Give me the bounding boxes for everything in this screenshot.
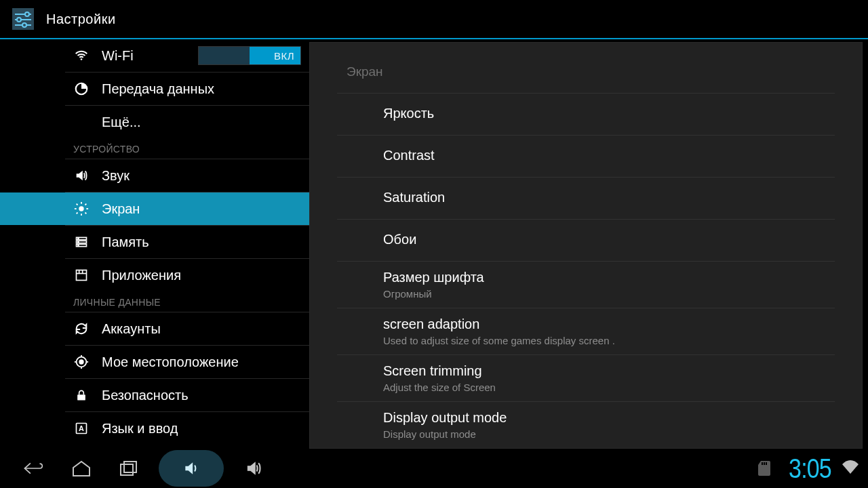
row-subtitle: Used to adjust size of some games displa…	[383, 335, 835, 346]
svg-point-28	[79, 360, 83, 364]
svg-point-23	[78, 245, 79, 245]
sidebar-item-data-usage[interactable]: Передача данных	[0, 73, 309, 105]
nav-home-button[interactable]	[68, 455, 95, 482]
lock-icon	[73, 388, 90, 402]
sidebar-item-label: Экран	[102, 201, 309, 217]
sidebar-item-label: Ещё...	[102, 115, 309, 130]
sound-icon	[73, 168, 90, 183]
setting-row-fontsize[interactable]: Размер шрифта Огромный	[337, 261, 835, 308]
svg-point-9	[79, 206, 83, 211]
row-subtitle: Display output mode	[383, 428, 835, 440]
row-subtitle: Adjust the size of Screen	[383, 382, 835, 393]
setting-row-screen-trimming[interactable]: Screen trimming Adjust the size of Scree…	[337, 354, 835, 401]
sidebar-item-label: Мое местоположение	[102, 354, 309, 370]
sidebar-item-label: Язык и ввод	[102, 421, 309, 436]
svg-line-15	[85, 213, 87, 214]
svg-rect-41	[766, 462, 767, 465]
sidebar-item-apps[interactable]: Приложения	[0, 259, 309, 291]
system-navbar: 3:05	[0, 449, 868, 488]
setting-row-saturation[interactable]: Saturation	[337, 177, 835, 219]
sidebar-item-accounts[interactable]: Аккаунты	[0, 312, 309, 345]
row-subtitle: Огромный	[383, 288, 835, 300]
display-icon	[73, 201, 90, 216]
svg-line-14	[77, 204, 78, 205]
sidebar-item-label: Память	[102, 235, 309, 250]
settings-sidebar: Wi-Fi ВКЛ Передача данных Ещё... УСТРОЙС…	[0, 39, 309, 449]
nav-back-button[interactable]	[20, 455, 47, 482]
settings-app-icon	[12, 8, 34, 30]
sd-card-icon	[758, 461, 770, 476]
location-icon	[73, 354, 90, 369]
setting-row-display-output[interactable]: Display output mode Display output mode	[337, 401, 835, 440]
row-title: Размер шрифта	[383, 270, 835, 285]
status-wifi-icon	[842, 460, 859, 476]
nav-volume-up-button[interactable]	[240, 455, 267, 482]
svg-line-16	[77, 213, 78, 214]
row-title: screen adaption	[383, 317, 835, 332]
toggle-on-label: ВКЛ	[274, 50, 294, 62]
language-icon: A	[73, 422, 90, 435]
svg-text:A: A	[79, 424, 84, 432]
row-title: Saturation	[383, 190, 835, 205]
section-header-device: УСТРОЙСТВО	[0, 138, 309, 159]
setting-row-wallpaper[interactable]: Обои	[337, 219, 835, 261]
svg-point-21	[78, 238, 79, 239]
row-title: Screen trimming	[383, 363, 835, 379]
app-bar: Настройки	[0, 0, 868, 38]
data-usage-icon	[73, 81, 90, 96]
sidebar-item-language[interactable]: A Язык и ввод	[0, 412, 309, 445]
app-title: Настройки	[46, 12, 116, 27]
wifi-icon	[73, 48, 90, 63]
svg-rect-40	[764, 462, 765, 465]
svg-point-7	[81, 58, 83, 60]
sidebar-item-label: Аккаунты	[102, 321, 309, 337]
apps-icon	[73, 268, 90, 282]
row-title: Яркость	[383, 106, 835, 121]
status-clock[interactable]: 3:05	[789, 453, 831, 484]
svg-line-17	[85, 204, 87, 205]
sidebar-item-security[interactable]: Безопасность	[0, 379, 309, 411]
svg-point-22	[78, 241, 79, 242]
setting-row-screen-adaption[interactable]: screen adaption Used to adjust size of s…	[337, 308, 835, 354]
sidebar-item-wifi[interactable]: Wi-Fi ВКЛ	[0, 39, 309, 72]
svg-point-2	[25, 12, 29, 16]
nav-volume-down-button[interactable]	[159, 450, 224, 487]
wifi-toggle[interactable]: ВКЛ	[198, 46, 301, 65]
svg-rect-37	[121, 464, 133, 475]
section-header-personal: ЛИЧНЫЕ ДАННЫЕ	[0, 291, 309, 312]
sidebar-item-more[interactable]: Ещё...	[0, 106, 309, 138]
svg-rect-24	[77, 270, 87, 281]
storage-icon	[73, 235, 90, 249]
row-title: Contrast	[383, 148, 835, 163]
svg-rect-38	[124, 462, 136, 472]
svg-rect-34	[77, 394, 85, 400]
sidebar-item-label: Передача данных	[102, 81, 309, 97]
row-title: Обои	[383, 232, 835, 247]
row-title: Display output mode	[383, 410, 835, 426]
sync-icon	[73, 321, 90, 336]
sidebar-item-label: Wi-Fi	[102, 48, 186, 64]
detail-panel: Экран Яркость Contrast Saturation Обои Р…	[309, 42, 863, 449]
svg-rect-39	[762, 462, 763, 465]
nav-recent-button[interactable]	[115, 455, 142, 482]
sidebar-item-display[interactable]: Экран	[0, 192, 309, 225]
panel-header: Экран	[310, 43, 862, 93]
sidebar-item-label: Безопасность	[102, 388, 309, 403]
svg-point-4	[17, 18, 21, 22]
svg-point-6	[22, 23, 26, 27]
sidebar-item-label: Приложения	[102, 268, 309, 283]
setting-row-contrast[interactable]: Contrast	[337, 135, 835, 177]
sidebar-item-location[interactable]: Мое местоположение	[0, 346, 309, 378]
setting-row-brightness[interactable]: Яркость	[337, 93, 835, 135]
sidebar-item-sound[interactable]: Звук	[0, 159, 309, 192]
sidebar-item-label: Звук	[102, 168, 309, 184]
sidebar-item-storage[interactable]: Память	[0, 226, 309, 258]
